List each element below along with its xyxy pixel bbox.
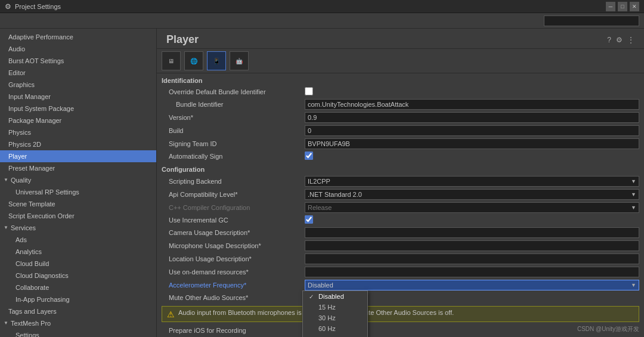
maximize-button[interactable]: □ [618, 2, 627, 11]
platform-web-btn[interactable]: 🌐 [184, 51, 203, 70]
checkbox-incremental-gc[interactable] [305, 215, 313, 224]
row-camera-usage: Camera Usage Description* [157, 226, 644, 239]
input-signing-team[interactable] [305, 138, 639, 149]
value-mic-usage [305, 240, 639, 251]
dropdown-scripting-backend[interactable]: IL2CPP ▼ [305, 176, 639, 187]
option-15hz[interactable]: 15 Hz [303, 302, 367, 313]
dropdown-api-compat[interactable]: .NET Standard 2.0 ▼ [305, 189, 639, 200]
sidebar-item-urp[interactable]: Universal RP Settings [0, 186, 156, 198]
sidebar-item-collaborate[interactable]: Collaborate [0, 282, 156, 293]
row-override-bundle: Override Default Bundle Identifier [157, 86, 644, 98]
row-version: Version* [157, 111, 644, 124]
sidebar-item-burst[interactable]: Burst AOT Settings [0, 55, 156, 67]
sidebar-item-physics2d[interactable]: Physics 2D [0, 138, 156, 150]
sidebar-item-physics[interactable]: Physics [0, 126, 156, 138]
sidebar-item-audio[interactable]: Audio [0, 43, 156, 55]
option-60hz-label: 60 Hz [318, 325, 336, 332]
sidebar-item-preset[interactable]: Preset Manager [0, 162, 156, 174]
sidebar-item-adaptive[interactable]: Adaptive Performance [0, 31, 156, 43]
value-signing-team [305, 138, 639, 149]
option-disabled[interactable]: ✓ Disabled [303, 291, 367, 302]
title-bar: ⚙ Project Settings ─ □ ✕ [0, 0, 644, 13]
sidebar-item-scene-template[interactable]: Scene Template [0, 198, 156, 210]
value-camera-usage [305, 227, 639, 238]
sidebar-item-cloud-diag[interactable]: Cloud Diagnostics [0, 270, 156, 282]
option-disabled-label: Disabled [318, 293, 344, 300]
identification-section: Identification Override Default Bundle I… [157, 73, 644, 162]
dropdown-accelerometer[interactable]: Disabled ▼ [305, 280, 639, 290]
label-cpp-config: C++ Compiler Configuration [162, 204, 305, 211]
value-incremental-gc [305, 215, 639, 225]
platform-pc-btn[interactable]: 🖥 [162, 51, 181, 70]
dropdown-scripting-backend-value: IL2CPP [308, 178, 330, 185]
checkbox-auto-sign[interactable] [305, 152, 313, 160]
value-scripting-backend: IL2CPP ▼ [305, 176, 639, 187]
sidebar-item-services[interactable]: ▼Services [0, 222, 156, 234]
label-camera-usage: Camera Usage Description* [162, 229, 305, 236]
sidebar-item-iap[interactable]: In-App Purchasing [0, 293, 156, 305]
sidebar-item-editor[interactable]: Editor [0, 67, 156, 79]
settings-button[interactable]: ⚙ [616, 36, 623, 44]
close-button[interactable]: ✕ [630, 2, 639, 11]
input-version[interactable] [305, 112, 639, 123]
option-30hz[interactable]: 30 Hz [303, 313, 367, 323]
more-button[interactable]: ⋮ [627, 36, 634, 44]
minimize-button[interactable]: ─ [606, 2, 615, 11]
warning-icon: ⚠ [167, 310, 175, 319]
sidebar-item-cloud-build[interactable]: Cloud Build [0, 258, 156, 270]
configuration-section: Configuration Scripting Backend IL2CPP ▼… [157, 162, 644, 337]
sidebar-item-graphics[interactable]: Graphics [0, 79, 156, 91]
dropdown-api-compat-value: .NET Standard 2.0 [308, 191, 362, 198]
sidebar-item-quality[interactable]: ▼Quality [0, 174, 156, 186]
input-location-usage[interactable] [305, 253, 639, 264]
label-mute-audio: Mute Other Audio Sources* [162, 294, 305, 301]
search-bar [0, 13, 644, 29]
sidebar-item-input-manager[interactable]: Input Manager [0, 91, 156, 103]
option-60hz[interactable]: 60 Hz [303, 323, 367, 334]
checkbox-override-bundle[interactable] [305, 87, 313, 95]
input-ondemand[interactable] [305, 267, 639, 277]
label-build: Build [162, 127, 305, 134]
row-auto-sign: Automatically Sign [157, 150, 644, 162]
sidebar-item-analytics[interactable]: Analytics [0, 246, 156, 258]
input-build[interactable] [305, 125, 639, 136]
identification-label: Identification [157, 73, 644, 86]
platform-ios-btn[interactable]: 📱 [207, 51, 226, 70]
sidebar-item-package[interactable]: Package Manager [0, 115, 156, 126]
label-bundle-id: Bundle Identifier [162, 101, 305, 108]
sidebar-item-ads[interactable]: Ads [0, 234, 156, 246]
search-input[interactable] [544, 16, 639, 26]
option-100hz[interactable]: 100 Hz [303, 334, 367, 337]
row-mute-audio: Mute Other Audio Sources* [157, 292, 644, 304]
label-auto-sign: Automatically Sign [162, 153, 305, 160]
sidebar-item-tm-settings[interactable]: Settings [0, 329, 156, 337]
row-api-compat: Api Compatibility Level* .NET Standard 2… [157, 188, 644, 201]
accelerometer-container: Accelerometer Frequency* Disabled ▼ ✓ [157, 279, 644, 292]
content-area: Player ? ⚙ ⋮ 🖥 🌐 📱 🤖 Identification Over… [157, 29, 644, 337]
help-button[interactable]: ? [607, 36, 611, 44]
quality-triangle: ▼ [4, 175, 8, 185]
check-disabled: ✓ [309, 293, 316, 300]
label-scripting-backend: Scripting Backend [162, 178, 305, 185]
value-ondemand [305, 267, 639, 277]
label-version: Version* [162, 114, 305, 121]
input-bundle-id[interactable] [305, 99, 639, 110]
dropdown-cpp-config-arrow: ▼ [631, 205, 636, 211]
dropdown-cpp-config[interactable]: Release ▼ [305, 202, 639, 213]
input-camera-usage[interactable] [305, 227, 639, 238]
sidebar-item-player[interactable]: Player [0, 150, 156, 162]
textmesh-triangle: ▼ [4, 319, 8, 328]
input-mic-usage[interactable] [305, 240, 639, 251]
sidebar-item-input-system[interactable]: Input System Package [0, 103, 156, 115]
services-triangle: ▼ [4, 223, 8, 233]
sidebar-item-tags[interactable]: Tags and Layers [0, 305, 156, 317]
player-title: Player [166, 33, 199, 46]
platform-android-btn[interactable]: 🤖 [230, 51, 249, 70]
row-accelerometer: Accelerometer Frequency* Disabled ▼ [157, 279, 644, 292]
label-mic-usage: Microphone Usage Description* [162, 242, 305, 249]
value-override-bundle [305, 87, 639, 97]
label-api-compat: Api Compatibility Level* [162, 191, 305, 198]
sidebar-item-textmesh[interactable]: ▼TextMesh Pro [0, 317, 156, 329]
label-prepare-ios: Prepare iOS for Recording [162, 327, 305, 334]
sidebar-item-script-exec[interactable]: Script Execution Order [0, 210, 156, 222]
